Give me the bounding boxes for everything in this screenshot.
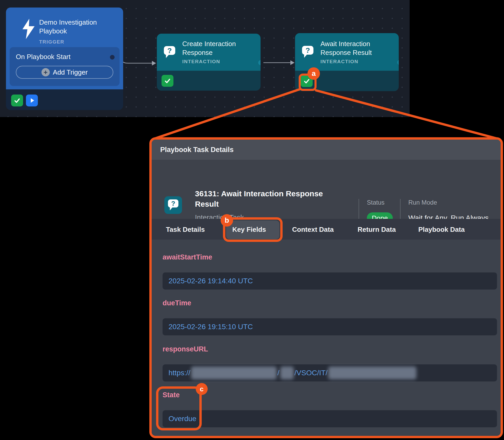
annotation-badge-c: c: [196, 383, 208, 395]
node-type-label: INTERACTION: [182, 59, 220, 64]
tab-context-data[interactable]: Context Data: [292, 226, 334, 234]
run-mode-label: Run Mode: [408, 199, 437, 206]
field-value-text: 2025-02-26 19:14:40 UTC: [169, 277, 253, 285]
node-type-label: INTERACTION: [320, 59, 358, 64]
create-node-body: ? Create Interaction Response INTERACTIO…: [157, 34, 261, 71]
node-title: Create Interaction Response: [182, 39, 252, 57]
node-title: Await Interaction Response Result: [320, 39, 390, 57]
svg-text:?: ?: [305, 46, 310, 54]
redacted-segment: [280, 366, 294, 379]
plus-icon: +: [41, 68, 50, 76]
check-icon: [13, 97, 21, 104]
tab-return-data[interactable]: Return Data: [358, 226, 396, 234]
play-icon: [29, 97, 35, 104]
add-trigger-label: Add Trigger: [53, 68, 88, 76]
run-success-button[interactable]: [11, 95, 23, 106]
trigger-node-body: Demo Investigation Playbook TRIGGER On P…: [6, 8, 123, 89]
trigger-row[interactable]: On Playbook Start + Add Trigger: [10, 47, 120, 86]
await-interaction-node[interactable]: ? Await Interaction Response Result INTE…: [295, 33, 399, 91]
field-value-awaitstarttime: 2025-02-26 19:14:40 UTC: [163, 272, 497, 290]
chat-question-icon: ?: [163, 46, 176, 59]
task-title: 36131: Await Interaction Response Result: [195, 189, 340, 209]
interaction-task-icon: ?: [164, 196, 182, 214]
create-node-footer: [157, 71, 261, 91]
trigger-node[interactable]: Demo Investigation Playbook TRIGGER On P…: [6, 8, 123, 110]
status-label: Status: [367, 199, 384, 206]
tab-task-details[interactable]: Task Details: [166, 226, 205, 234]
annotation-badge-b: b: [221, 214, 233, 227]
await-node-body: ? Await Interaction Response Result INTE…: [295, 33, 399, 71]
annotation-badge-a: a: [307, 67, 320, 80]
create-interaction-node[interactable]: ? Create Interaction Response INTERACTIO…: [157, 34, 261, 91]
trigger-row-label: On Playbook Start: [16, 52, 71, 61]
field-label-awaitstarttime: awaitStartTime: [163, 253, 212, 261]
svg-text:?: ?: [171, 200, 175, 207]
task-details-panel: Playbook Task Details ? 36131: Await Int…: [149, 137, 503, 438]
svg-text:?: ?: [167, 47, 172, 55]
panel-title-bar: Playbook Task Details: [152, 140, 501, 160]
url-prefix-text: https://: [169, 369, 190, 377]
output-port[interactable]: [110, 55, 115, 60]
field-value-duetime: 2025-02-26 19:15:10 UTC: [163, 318, 497, 335]
field-value-responseurl: https:// / /VSOC/IT/: [163, 364, 497, 381]
trigger-node-footer: [6, 89, 123, 110]
success-status-button[interactable]: [162, 75, 173, 87]
play-button[interactable]: [26, 95, 38, 106]
field-label-responseurl: responseURL: [163, 345, 208, 353]
field-value-state: Overdue: [163, 410, 497, 427]
chat-question-icon: ?: [302, 45, 314, 59]
node-type-label: TRIGGER: [39, 39, 64, 45]
annotation-ring-c: [156, 386, 202, 430]
add-trigger-button[interactable]: + Add Trigger: [16, 66, 113, 79]
lightning-icon: [19, 18, 38, 41]
tab-playbook-data[interactable]: Playbook Data: [418, 226, 465, 234]
redacted-hostname: [191, 366, 277, 379]
check-icon: [164, 77, 171, 84]
key-fields-content: awaitStartTime 2025-02-26 19:14:40 UTC d…: [152, 240, 501, 436]
url-separator-text: /: [277, 369, 279, 377]
workflow-canvas: Demo Investigation Playbook TRIGGER On P…: [0, 0, 410, 117]
task-info-section: ? 36131: Await Interaction Response Resu…: [152, 160, 501, 219]
url-path-text: /VSOC/IT/: [295, 369, 328, 377]
redacted-token: [328, 366, 416, 379]
field-value-text: 2025-02-26 19:15:10 UTC: [169, 323, 253, 331]
field-label-duetime: dueTime: [163, 299, 191, 307]
panel-title: Playbook Task Details: [160, 146, 234, 154]
node-title: Demo Investigation Playbook: [39, 18, 120, 35]
